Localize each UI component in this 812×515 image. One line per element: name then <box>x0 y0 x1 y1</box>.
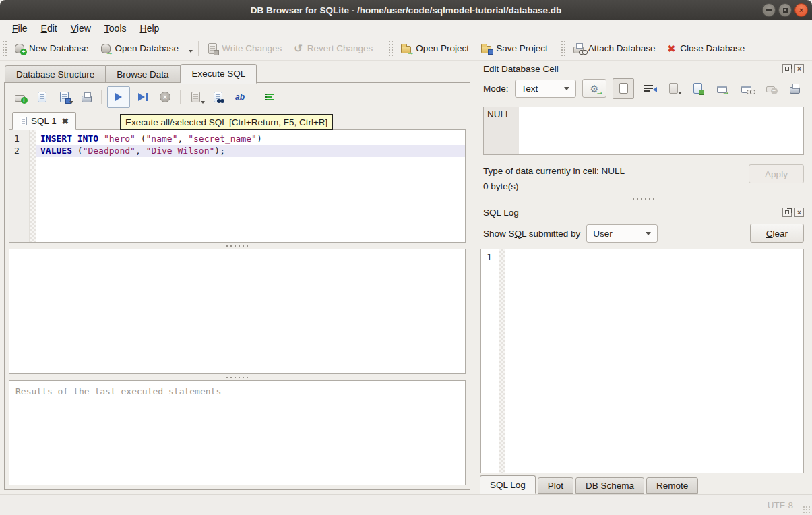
text-document-icon <box>619 83 628 94</box>
sql-log-filter-row: Show SQL submitted by User Clear <box>478 220 809 246</box>
tab-database-structure[interactable]: Database Structure <box>5 65 106 83</box>
toolbar-drag-handle[interactable] <box>388 40 393 57</box>
find-button[interactable] <box>208 88 227 107</box>
write-changes-button[interactable]: Write Changes <box>202 40 288 57</box>
auto-apply-button[interactable]: ⚙ → <box>582 79 606 98</box>
close-tab-icon[interactable]: ✖ <box>62 117 69 126</box>
cell-type-info: Type of data currently in cell: NULL <box>483 163 625 179</box>
tab-execute-sql[interactable]: Execute SQL <box>181 64 257 84</box>
open-sql-file-icon <box>38 92 46 102</box>
cell-editor[interactable]: NULL <box>483 107 804 155</box>
tab-remote[interactable]: Remote <box>646 477 698 494</box>
open-in-external-button[interactable]: → <box>712 80 731 98</box>
open-database-button[interactable]: → Open Database <box>95 40 195 56</box>
line-number: 2 <box>14 145 29 157</box>
results-grid[interactable] <box>9 249 466 374</box>
cell-editor-icons: → − <box>613 78 804 99</box>
encoding-indicator[interactable]: UTF-8 <box>768 500 793 510</box>
sql-tab-label: SQL 1 <box>31 116 57 126</box>
text-mode-button[interactable] <box>613 78 634 99</box>
float-icon <box>785 67 789 71</box>
cell-size-info: 0 byte(s) <box>483 179 625 194</box>
tab-plot[interactable]: Plot <box>538 477 573 494</box>
attach-database-icon <box>573 47 584 53</box>
mode-combobox[interactable]: Text <box>515 80 577 98</box>
window-controls: × <box>762 3 808 17</box>
close-database-icon: ✖ <box>668 43 676 54</box>
database-open-icon: → <box>101 44 111 53</box>
minimize-button[interactable] <box>762 3 776 17</box>
set-null-button[interactable]: − <box>761 80 780 98</box>
import-cell-button[interactable] <box>664 80 683 98</box>
line-number: 1 <box>14 133 29 145</box>
log-line-numbers: 1 <box>481 249 499 473</box>
toolbar-drag-handle[interactable] <box>561 40 565 57</box>
save-results-button[interactable] <box>186 88 205 107</box>
editor-results-splitter[interactable] <box>9 243 466 249</box>
close-icon: × <box>799 6 803 14</box>
float-dock-button[interactable] <box>782 208 792 217</box>
print-icon <box>790 87 800 94</box>
menu-file[interactable]: File <box>5 22 34 35</box>
dock-splitter[interactable] <box>478 194 809 204</box>
edit-cell-title: Edit Database Cell <box>483 64 559 74</box>
close-database-button[interactable]: ✖ Close Database <box>662 40 751 57</box>
close-button[interactable]: × <box>794 3 808 17</box>
clear-log-button[interactable]: Clear <box>750 224 804 243</box>
print-sql-button[interactable] <box>77 88 96 107</box>
menu-view[interactable]: View <box>64 22 98 35</box>
find-replace-button[interactable]: ab <box>230 88 249 107</box>
tab-browse-data[interactable]: Browse Data <box>106 65 180 83</box>
new-database-button[interactable]: + New Database <box>9 40 95 56</box>
resize-grip[interactable] <box>803 506 811 514</box>
save-project-button[interactable]: Save Project <box>475 40 554 56</box>
menu-help[interactable]: Help <box>133 22 166 35</box>
execute-sql-pane: + × ab SQL 1 <box>4 82 470 490</box>
float-dock-button[interactable] <box>782 64 792 73</box>
tab-sql-log[interactable]: SQL Log <box>480 475 536 494</box>
statusbar: UTF-8 <box>0 494 812 515</box>
close-dock-button[interactable]: × <box>794 208 804 217</box>
submitted-by-combobox[interactable]: User <box>586 224 658 243</box>
revert-changes-button[interactable]: ↺ Revert Changes <box>288 40 379 57</box>
toolbar-separator <box>198 41 199 56</box>
results-message-pane[interactable]: Results of the last executed statements <box>9 380 466 485</box>
save-sql-file-button[interactable] <box>55 88 73 107</box>
menu-edit[interactable]: Edit <box>34 22 64 35</box>
cell-null-indicator: NULL <box>484 107 519 154</box>
toolbar-drag-handle[interactable] <box>2 40 7 57</box>
mode-label: Mode: <box>483 84 509 94</box>
word-wrap-button[interactable] <box>639 80 658 98</box>
attach-database-button[interactable]: Attach Database <box>567 40 662 56</box>
apply-button[interactable]: Apply <box>749 164 804 183</box>
results-placeholder: Results of the last executed statements <box>15 386 221 396</box>
execute-tooltip: Execute all/selected SQL [Ctrl+Return, F… <box>120 114 333 130</box>
tab-db-schema[interactable]: DB Schema <box>575 477 644 494</box>
sql-log-dock-title: SQL Log × <box>478 204 809 220</box>
new-sql-tab-button[interactable]: + <box>10 88 29 107</box>
sql-log-view[interactable]: 1 <box>480 249 804 473</box>
float-icon <box>785 210 789 214</box>
export-cell-button[interactable] <box>688 80 707 98</box>
copy-link-button[interactable] <box>737 80 755 98</box>
format-sql-button[interactable] <box>261 88 280 107</box>
stop-execution-button[interactable]: × <box>156 88 175 107</box>
edit-cell-dock-title: Edit Database Cell × <box>478 61 809 77</box>
mode-value: Text <box>522 84 538 94</box>
maximize-icon <box>783 8 788 13</box>
menu-tools[interactable]: Tools <box>98 22 133 35</box>
execute-all-button[interactable] <box>107 86 130 108</box>
open-project-button[interactable]: → Open Project <box>395 40 475 56</box>
print-cell-button[interactable] <box>785 80 804 98</box>
editor-code-area[interactable]: INSERT INTO "hero" ("name", "secret_name… <box>36 130 465 242</box>
sql-editor[interactable]: 1 2 INSERT INTO "hero" ("name", "secret_… <box>9 129 466 243</box>
execute-line-button[interactable] <box>133 88 152 107</box>
grid-message-splitter[interactable] <box>9 374 466 380</box>
close-dock-button[interactable]: × <box>794 64 804 73</box>
dropdown-caret-icon[interactable] <box>183 44 189 53</box>
open-sql-file-button[interactable] <box>32 88 51 107</box>
import-file-icon <box>669 83 678 94</box>
maximize-button[interactable] <box>778 3 792 17</box>
save-results-icon <box>191 92 200 102</box>
sql-file-tab[interactable]: SQL 1 ✖ <box>12 112 76 130</box>
